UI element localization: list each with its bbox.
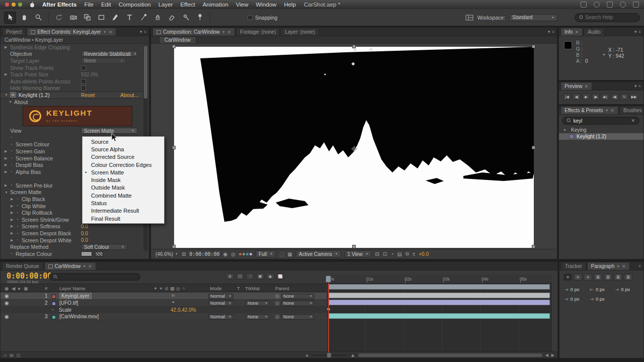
layer-bar-3[interactable] — [329, 313, 550, 319]
current-time-indicator-handle[interactable] — [326, 276, 331, 283]
row-synthesis-edge-cropping[interactable]: ▶Synthesis Edge Cropping — [1, 44, 143, 51]
type-tool[interactable] — [123, 12, 135, 24]
menu-item-intermediate-result[interactable]: Intermediate Result — [83, 207, 164, 215]
tab-tracker[interactable]: Tracker — [561, 262, 586, 270]
clear-search-icon[interactable]: ✕ — [631, 118, 635, 123]
magnification-dropdown[interactable]: (46.6%)▼ — [155, 251, 178, 257]
justify-all-button[interactable]: ≣ — [624, 274, 632, 281]
twirl-icon[interactable]: ▶ — [5, 45, 10, 49]
replace-method-dropdown[interactable]: Soft Colour▼ — [81, 244, 127, 250]
layer-handle[interactable] — [352, 245, 356, 248]
stopwatch-icon[interactable]: ◔ — [16, 238, 22, 242]
mask-shape-tool[interactable] — [95, 12, 107, 24]
layer-handle[interactable] — [352, 45, 356, 48]
current-time-indicator-line[interactable] — [328, 276, 329, 352]
twirl-icon[interactable]: ▶ — [5, 170, 10, 174]
tab-render-queue[interactable]: Render Queue — [2, 262, 43, 270]
pixel-aspect-icon[interactable]: ⊡ — [383, 251, 387, 257]
row-replace-method[interactable]: Replace MethodSoft Colour▼ — [1, 243, 143, 250]
zoom-window-icon[interactable] — [18, 3, 22, 7]
layer-row-2[interactable]: ◉ 2 [UFO.tif] ✶ Normal▼ None▼ ◎ None▼ — [1, 300, 327, 307]
menubar-status-icon[interactable] — [633, 2, 639, 8]
fx-switch-icon[interactable]: fx — [172, 293, 175, 298]
eye-icon[interactable]: ◉ — [5, 300, 9, 306]
stopwatch-icon[interactable]: ◔ — [16, 211, 22, 215]
align-left-button[interactable]: ≡ — [564, 274, 572, 281]
graph-editor-icon[interactable]: 📈 — [276, 273, 284, 280]
twirl-icon[interactable]: ▼ — [5, 93, 10, 97]
composition-timecode[interactable]: 0:00:00:00 — [189, 251, 219, 257]
tab-brushes[interactable]: Brushes▼ — [619, 106, 643, 114]
stopwatch-icon[interactable]: ◔ — [10, 251, 16, 256]
composition-mini-flowchart-icon[interactable]: ⧉ — [226, 273, 234, 280]
menu-item-final-result[interactable]: Final Result — [83, 215, 164, 222]
menu-effect[interactable]: Effect — [180, 2, 195, 8]
snapshot-icon[interactable]: ◉ — [223, 251, 228, 257]
last-frame-button[interactable]: ▶| — [601, 94, 609, 100]
lock-icon[interactable]: ▣ — [24, 286, 28, 291]
timeline-horizontal-scrollbar[interactable] — [358, 353, 542, 357]
scrollbar-thumb[interactable] — [144, 46, 147, 99]
close-window-icon[interactable] — [5, 3, 9, 7]
close-icon[interactable]: ✕ — [88, 264, 92, 269]
twirl-icon[interactable]: ▶ — [11, 197, 16, 201]
pan-behind-tool[interactable] — [81, 12, 93, 24]
menu-composition[interactable]: Composition — [119, 2, 151, 8]
twirl-icon[interactable]: ▶ — [11, 211, 16, 215]
loop-button[interactable]: ↻ — [620, 94, 628, 100]
effects-search-field[interactable]: ✕ — [562, 117, 639, 125]
hide-warning-checkbox[interactable] — [81, 85, 86, 90]
eye-icon[interactable]: ◉ — [5, 286, 9, 291]
composition-viewer[interactable] — [151, 44, 556, 250]
align-center-button[interactable]: ≡ — [574, 274, 582, 281]
scale-value[interactable]: 42.0,42.0% — [171, 307, 196, 313]
previous-frame-button[interactable]: ◀| — [573, 94, 581, 100]
viewer-tab-carwindow[interactable]: CarWindow — [159, 36, 196, 43]
justify-last-right-button[interactable]: ≣ — [614, 274, 622, 281]
solo-icon[interactable]: ● — [18, 286, 21, 291]
snapping-checkbox[interactable] — [248, 15, 253, 20]
menu-item-corrected-source[interactable]: Corrected Source — [83, 153, 164, 161]
chevron-down-icon[interactable]: ▼ — [616, 264, 620, 268]
view-layout-dropdown[interactable]: 1 View▼ — [345, 250, 372, 257]
col-layer-name[interactable]: Layer Name — [59, 286, 86, 291]
close-icon[interactable]: ✕ — [585, 84, 589, 89]
twirl-icon[interactable]: ▼ — [563, 128, 569, 132]
col-mode[interactable]: Mode — [210, 286, 222, 291]
twirl-icon[interactable]: ▶ — [5, 72, 10, 76]
stopwatch-icon[interactable]: ◔ — [10, 149, 16, 153]
justify-last-left-button[interactable]: ≣ — [594, 274, 602, 281]
row-auto-delete-points[interactable]: Auto-delete Points Across — [1, 78, 143, 85]
window-controls[interactable] — [5, 3, 22, 7]
screen-despot-black-value[interactable]: 0.0 — [81, 231, 88, 236]
timeline-search-field[interactable] — [49, 273, 140, 281]
roto-brush-tool[interactable] — [180, 12, 192, 24]
help-search-field[interactable] — [575, 13, 640, 22]
panel-menu-icon[interactable]: ≡ — [636, 262, 643, 270]
menu-item-screen-matte[interactable]: •Screen Matte — [83, 168, 164, 176]
clone-stamp-tool[interactable] — [151, 12, 164, 24]
toggle-transfer-icon[interactable]: ▤ — [10, 353, 14, 357]
time-ruler[interactable]: 0s 01s 02s 03s 04s 05s — [327, 275, 552, 284]
exposure-icon[interactable]: ± — [413, 251, 416, 257]
col-trkmat[interactable]: TrkMat — [245, 286, 260, 291]
twirl-icon[interactable]: ▶ — [5, 149, 10, 153]
menubar-status-icon[interactable] — [594, 2, 600, 8]
first-line-indent-field[interactable]: ⇤0 px — [590, 287, 613, 292]
zoom-out-mountain-icon[interactable]: ▲ — [305, 353, 309, 357]
timeline-button-icon[interactable]: ▤ — [397, 251, 401, 257]
layer-name[interactable]: [CarWindow.mov] — [59, 314, 99, 319]
menu-item-combined-matte[interactable]: Combined Matte — [83, 192, 164, 199]
layer-handle[interactable] — [532, 245, 535, 248]
help-search-input[interactable] — [585, 15, 635, 20]
twirl-icon[interactable]: ▶ — [5, 163, 10, 167]
zoom-slider-thumb[interactable] — [327, 353, 331, 357]
scroll-left-icon[interactable]: ◀ — [545, 353, 548, 357]
trkmat-dropdown[interactable]: None▼ — [246, 301, 270, 306]
workspace-dropdown[interactable]: Standard▼ — [509, 14, 557, 21]
menu-help[interactable]: Help — [284, 2, 296, 8]
menu-item-source-alpha[interactable]: Source Alpha — [83, 145, 164, 153]
property-label[interactable]: Scale — [59, 307, 71, 313]
about-link[interactable]: About... — [120, 92, 138, 98]
stopwatch-icon[interactable]: ◔ — [51, 307, 54, 313]
